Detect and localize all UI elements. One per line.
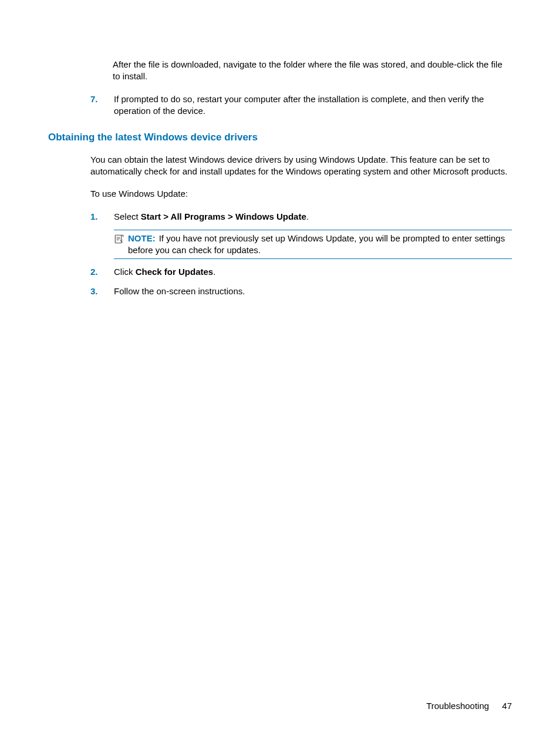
- step-1-bold: Start > All Programs > Windows Update: [141, 211, 306, 221]
- note-label: NOTE:: [128, 233, 159, 243]
- heading-obtaining-drivers: Obtaining the latest Windows device driv…: [48, 131, 512, 145]
- step-1-post: .: [306, 211, 309, 221]
- step-number-1: 1.: [90, 211, 114, 223]
- paragraph-lead: To use Windows Update:: [90, 188, 512, 200]
- svg-rect-0: [115, 235, 122, 243]
- step-number-3: 3.: [90, 285, 114, 297]
- step-2-bold: Check for Updates: [136, 267, 214, 277]
- paragraph-intro: You can obtain the latest Windows device…: [90, 154, 512, 178]
- page-footer: Troubleshooting 47: [426, 700, 512, 712]
- step-3-text: Follow the on-screen instructions.: [114, 285, 512, 297]
- note-callout: NOTE:If you have not previously set up W…: [114, 230, 512, 260]
- step-1-text: Select Start > All Programs > Windows Up…: [114, 211, 512, 223]
- step-2-text: Click Check for Updates.: [114, 266, 512, 278]
- step-number-2: 2.: [90, 266, 114, 278]
- step-1-pre: Select: [114, 211, 141, 221]
- note-icon: [114, 234, 128, 244]
- note-text: If you have not previously set up Window…: [128, 233, 505, 255]
- step-7-text: If prompted to do so, restart your compu…: [114, 93, 512, 117]
- paragraph-download-install: After the file is downloaded, navigate t…: [113, 59, 512, 83]
- step-2-post: .: [213, 267, 215, 277]
- footer-page-number: 47: [502, 701, 512, 711]
- step-2-pre: Click: [114, 267, 136, 277]
- step-number-7: 7.: [90, 93, 114, 105]
- footer-section: Troubleshooting: [426, 701, 489, 711]
